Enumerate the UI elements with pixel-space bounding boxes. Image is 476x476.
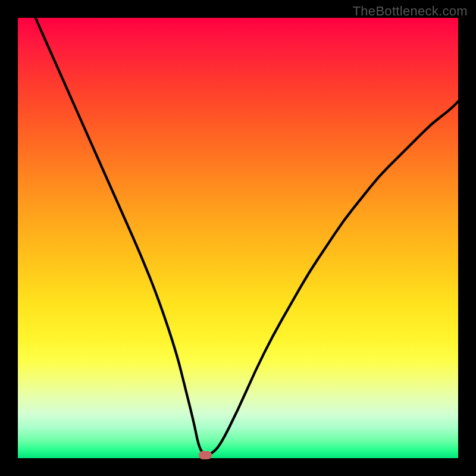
min-point-marker [199, 451, 212, 459]
watermark-label: TheBottleneck.com [353, 4, 468, 19]
plot-area [18, 18, 458, 458]
chart-frame: TheBottleneck.com [0, 0, 476, 476]
bottleneck-curve [18, 18, 458, 458]
